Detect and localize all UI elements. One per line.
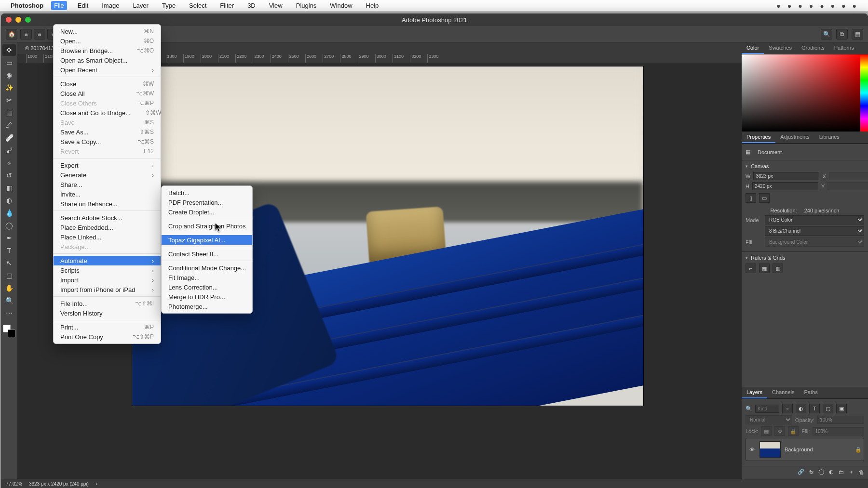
menu-item-place-linked[interactable]: Place Linked... xyxy=(54,232,161,242)
layer-fill-input[interactable] xyxy=(813,427,864,435)
automate-submenu[interactable]: Batch...PDF Presentation...Create Drople… xyxy=(161,185,253,314)
filter-smart-icon[interactable]: ▣ xyxy=(836,404,847,413)
new-adjustment-icon[interactable]: ◐ xyxy=(829,469,834,475)
menu-item-pdf-presentation[interactable]: PDF Presentation... xyxy=(162,198,252,207)
layer-style-icon[interactable]: fx xyxy=(809,469,814,475)
menu-item-file-info[interactable]: File Info...⌥⇧⌘I xyxy=(54,299,161,308)
link-layers-icon[interactable]: 🔗 xyxy=(798,469,804,475)
layer-name[interactable]: Background xyxy=(785,447,813,452)
align-left-icon[interactable]: ≡ xyxy=(20,29,32,40)
menu-item-browse-in-bridge[interactable]: Browse in Bridge...⌥⌘O xyxy=(54,46,161,55)
spotlight-icon[interactable]: ● xyxy=(841,2,845,10)
menu-item-photomerge[interactable]: Photomerge... xyxy=(162,302,252,311)
fill-select[interactable]: Background Color xyxy=(765,237,864,247)
menu-item-share-on-behance[interactable]: Share on Behance... xyxy=(54,199,161,209)
wifi-icon[interactable]: ● xyxy=(820,2,824,10)
eraser-tool-icon[interactable]: ◧ xyxy=(2,182,16,194)
menu-item-new[interactable]: New...⌘N xyxy=(54,26,161,36)
menu-item-version-history[interactable]: Version History xyxy=(54,308,161,318)
align-center-icon[interactable]: ≡ xyxy=(34,29,45,40)
dodge-tool-icon[interactable]: ◯ xyxy=(2,220,16,231)
menubar-item-layer[interactable]: Layer xyxy=(130,1,151,10)
crop-tool-icon[interactable]: ✂ xyxy=(2,94,16,106)
display-icon[interactable]: ● xyxy=(787,2,791,10)
wand-tool-icon[interactable]: ✨ xyxy=(2,82,16,93)
menu-item-print-one-copy[interactable]: Print One Copy⌥⇧⌘P xyxy=(54,332,161,342)
canvas-section-label[interactable]: Canvas xyxy=(746,163,864,169)
blur-tool-icon[interactable]: 💧 xyxy=(2,207,16,219)
menu-item-import[interactable]: Import xyxy=(54,275,161,285)
menu-item-automate[interactable]: Automate xyxy=(54,256,161,265)
menu-item-share[interactable]: Share... xyxy=(54,180,161,189)
lock-pixels-icon[interactable]: ▦ xyxy=(761,426,772,436)
menu-item-open[interactable]: Open...⌘O xyxy=(54,36,161,46)
rulers-grids-label[interactable]: Rulers & Grids xyxy=(746,255,864,261)
menu-item-create-droplet[interactable]: Create Droplet... xyxy=(162,207,252,217)
tab-swatches[interactable]: Swatches xyxy=(764,42,797,54)
x-input[interactable] xyxy=(829,172,868,180)
filter-type-icon[interactable]: T xyxy=(809,404,820,413)
color-picker[interactable] xyxy=(742,54,868,132)
menubar-item-view[interactable]: View xyxy=(266,1,285,10)
control-center-icon[interactable]: ● xyxy=(853,2,856,10)
blend-mode-select[interactable]: Normal xyxy=(746,415,792,424)
dropbox-icon[interactable]: ● xyxy=(798,2,802,10)
menubar-item-filter[interactable]: Filter xyxy=(217,1,237,10)
menubar-item-window[interactable]: Window xyxy=(327,1,355,10)
ruler-icon[interactable]: ⌐ xyxy=(746,264,756,273)
layer-row[interactable]: 👁 Background 🔒 xyxy=(746,438,864,461)
height-input[interactable] xyxy=(752,182,818,190)
menubar-item-image[interactable]: Image xyxy=(99,1,122,10)
heal-tool-icon[interactable]: 🩹 xyxy=(2,132,16,144)
type-tool-icon[interactable]: T xyxy=(2,245,16,256)
menu-item-save-as[interactable]: Save As...⇧⌘S xyxy=(54,127,161,137)
tv-icon[interactable]: ● xyxy=(809,2,813,10)
menu-item-close[interactable]: Close⌘W xyxy=(54,79,161,89)
color-mode-select[interactable]: RGB Color xyxy=(765,215,864,224)
tab-adjustments[interactable]: Adjustments xyxy=(775,132,814,143)
menu-item-save-a-copy[interactable]: Save a Copy...⌥⌘S xyxy=(54,137,161,146)
orientation-landscape-icon[interactable]: ▭ xyxy=(759,193,770,203)
menu-item-import-from-iphone-or-ipad[interactable]: Import from iPhone or iPad xyxy=(54,285,161,294)
window-traffic-lights[interactable] xyxy=(6,17,31,23)
delete-layer-icon[interactable]: 🗑 xyxy=(859,469,864,475)
screen-mode-icon[interactable]: ⧉ xyxy=(836,29,848,40)
lasso-tool-icon[interactable]: ◉ xyxy=(2,69,16,81)
search-icon[interactable]: 🔍 xyxy=(746,406,752,412)
visibility-icon[interactable]: 👁 xyxy=(748,447,756,452)
new-group-icon[interactable]: 🗀 xyxy=(839,469,844,475)
file-menu-dropdown[interactable]: New...⌘NOpen...⌘OBrowse in Bridge...⌥⌘OO… xyxy=(53,24,161,344)
menu-item-conditional-mode-change[interactable]: Conditional Mode Change... xyxy=(162,263,252,273)
brush-tool-icon[interactable]: 🖌 xyxy=(2,145,16,156)
menubar-item-select[interactable]: Select xyxy=(186,1,209,10)
doc-dimensions[interactable]: 3623 px x 2420 px (240 ppi) xyxy=(29,481,89,487)
menubar-item-help[interactable]: Help xyxy=(363,1,382,10)
filter-shape-icon[interactable]: ▢ xyxy=(823,404,833,413)
search-icon[interactable]: 🔍 xyxy=(821,29,832,40)
filter-adjust-icon[interactable]: ◐ xyxy=(796,404,806,413)
menu-item-open-recent[interactable]: Open Recent xyxy=(54,65,161,75)
menu-item-crop-and-straighten-photos[interactable]: Crop and Straighten Photos xyxy=(162,221,252,231)
menu-item-fit-image[interactable]: Fit Image... xyxy=(162,273,252,282)
tab-patterns[interactable]: Patterns xyxy=(829,42,859,54)
layer-filter-input[interactable] xyxy=(755,405,779,413)
grid-icon[interactable]: ▦ xyxy=(759,264,770,273)
zoom-window-icon[interactable] xyxy=(25,17,31,23)
menubar-item-edit[interactable]: Edit xyxy=(75,1,91,10)
history-brush-tool-icon[interactable]: ↺ xyxy=(2,170,16,181)
stamp-tool-icon[interactable]: ⟐ xyxy=(2,157,16,169)
menu-item-invite[interactable]: Invite... xyxy=(54,189,161,199)
close-window-icon[interactable] xyxy=(6,17,12,23)
menubar-item-type[interactable]: Type xyxy=(159,1,178,10)
menu-item-place-embedded[interactable]: Place Embedded... xyxy=(54,223,161,232)
menu-item-close-and-go-to-bridge[interactable]: Close and Go to Bridge...⇧⌘W xyxy=(54,108,161,118)
zoom-tool-icon[interactable]: 🔍 xyxy=(2,295,16,306)
tab-channels[interactable]: Channels xyxy=(767,387,799,398)
tab-color[interactable]: Color xyxy=(742,42,764,54)
opacity-input[interactable] xyxy=(817,416,864,424)
menu-item-search-adobe-stock[interactable]: Search Adobe Stock... xyxy=(54,213,161,223)
y-input[interactable] xyxy=(827,182,868,190)
bit-depth-select[interactable]: 8 Bits/Channel xyxy=(765,226,864,236)
foreground-background-swatch[interactable] xyxy=(3,325,15,337)
tab-gradients[interactable]: Gradients xyxy=(797,42,829,54)
